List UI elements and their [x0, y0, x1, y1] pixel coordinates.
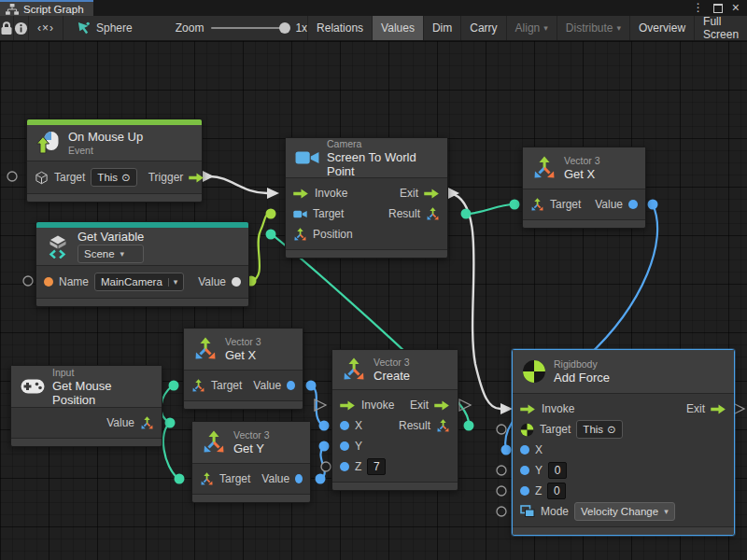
node-footer — [11, 438, 162, 446]
node-category: Camera — [327, 138, 438, 149]
mode-dropdown[interactable]: Velocity Change ▾ — [574, 502, 675, 521]
node-get-variable[interactable]: Get Variable Scene ▾ Name MainCamera ▾ V… — [35, 221, 249, 307]
info-button[interactable] — [14, 16, 29, 40]
zoom-slider-knob[interactable] — [279, 22, 290, 34]
vector3-icon — [532, 156, 557, 180]
z-port[interactable] — [520, 486, 529, 496]
node-vector3-get-x-mid[interactable]: Vector 3 Get X Target Value — [183, 328, 303, 410]
node-screen-to-world-point[interactable]: Camera Screen To World Point Invoke Exit… — [285, 137, 448, 259]
zoom-value: 1x — [295, 21, 307, 35]
node-category: Vector 3 — [564, 155, 600, 166]
value-port[interactable] — [232, 277, 241, 287]
code-view-button[interactable]: ‹×› — [29, 16, 63, 40]
rigidbody-icon[interactable] — [520, 423, 534, 437]
flow-arrow-icon[interactable] — [434, 400, 450, 411]
vector3-icon[interactable] — [191, 379, 205, 393]
close-icon[interactable]: × — [732, 0, 740, 16]
info-icon — [14, 21, 28, 35]
zoom-label: Zoom — [176, 21, 204, 35]
tab-title: Script Graph — [23, 4, 84, 15]
flow-arrow-icon[interactable] — [340, 400, 356, 411]
tab-script-graph[interactable]: Script Graph — [0, 0, 93, 16]
y-port[interactable] — [340, 441, 349, 451]
node-vector3-create[interactable]: Vector 3 Create Invoke Exit X Result — [331, 349, 458, 491]
value-port[interactable] — [295, 474, 303, 483]
port-row: Y — [340, 436, 450, 456]
maximize-icon[interactable] — [713, 4, 723, 13]
variable-name-dropdown[interactable]: MainCamera ▾ — [94, 273, 184, 291]
y-value-field[interactable]: 0 — [548, 462, 567, 479]
z-value-field[interactable]: 7 — [367, 458, 386, 475]
menu-icon[interactable]: ⋮ — [693, 0, 704, 16]
full-screen-button[interactable]: Full Screen — [695, 16, 747, 40]
port-row: X Result — [340, 415, 450, 436]
lock-button[interactable] — [0, 16, 14, 40]
scope-dropdown[interactable]: Scene ▾ — [78, 245, 144, 263]
node-footer — [523, 219, 645, 228]
values-toggle[interactable]: Values — [373, 16, 424, 40]
flow-arrow-icon[interactable] — [424, 189, 440, 199]
x-port[interactable] — [340, 421, 349, 430]
name-port[interactable] — [44, 277, 53, 287]
node-get-mouse-position[interactable]: Input Get Mouse Position Value — [10, 365, 162, 447]
value-port-label: Value — [261, 472, 289, 485]
dim-toggle[interactable]: Dim — [424, 16, 461, 40]
node-title: Get Y — [233, 441, 270, 455]
this-target-chip[interactable]: This ⊙ — [576, 420, 622, 439]
flow-arrow-icon[interactable] — [189, 173, 204, 183]
node-vector3-get-y[interactable]: Vector 3 Get Y Target Value — [191, 421, 311, 503]
gameobject-cube-icon[interactable] — [35, 171, 49, 185]
value-port[interactable] — [628, 200, 638, 209]
node-title: On Mouse Up — [68, 130, 143, 144]
toolbar-toggles: Relations Values Dim Carry Align▾ Distri… — [307, 16, 747, 40]
node-footer — [27, 193, 202, 202]
flow-arrow-icon[interactable] — [520, 404, 536, 414]
invoke-port-label: Invoke — [542, 402, 574, 415]
zoom-control: Zoom 1x — [176, 16, 307, 40]
relations-toggle[interactable]: Relations — [308, 16, 373, 40]
vector3-icon[interactable] — [530, 198, 544, 212]
zoom-slider[interactable] — [211, 27, 288, 29]
target-port-label: Target — [313, 207, 344, 220]
value-port[interactable] — [287, 381, 295, 390]
node-title: Get X — [564, 167, 600, 181]
z-port-label: Z — [355, 460, 361, 473]
carry-toggle[interactable]: Carry — [461, 16, 506, 40]
port-row: Target Value — [530, 194, 638, 215]
x-port[interactable] — [520, 445, 529, 455]
vector3-icon[interactable] — [293, 228, 307, 242]
port-row: Position — [293, 224, 440, 245]
value-port-label: Value — [595, 198, 623, 211]
y-port[interactable] — [520, 466, 529, 475]
vector3-icon[interactable] — [200, 472, 214, 486]
distribute-dropdown[interactable]: Distribute▾ — [557, 16, 630, 40]
tab-bar: Script Graph ⋮ × — [0, 0, 747, 16]
unity-script-graph-window: Script Graph ⋮ × ‹×› Sphere Zoom 1x — [0, 0, 747, 560]
align-dropdown[interactable]: Align▾ — [507, 16, 557, 40]
port-row: Value — [19, 413, 154, 433]
node-add-force[interactable]: Rigidbody Add Force Invoke Exit Target T… — [512, 349, 735, 536]
this-target-chip[interactable]: This ⊙ — [91, 168, 136, 187]
force-mode-icon[interactable] — [520, 505, 535, 518]
value-port-label: Value — [106, 416, 134, 429]
node-on-mouse-up[interactable]: On Mouse Up Event Target This ⊙ Trigger — [26, 119, 203, 203]
flow-arrow-icon[interactable] — [711, 404, 726, 414]
vector3-icon[interactable] — [426, 207, 440, 221]
port-row: Invoke Exit — [520, 399, 726, 419]
overview-button[interactable]: Overview — [630, 16, 695, 40]
vector3-icon[interactable] — [436, 419, 450, 433]
graph-breadcrumb[interactable]: Sphere — [77, 16, 133, 40]
z-value-field[interactable]: 0 — [547, 483, 566, 499]
camera-icon[interactable] — [293, 207, 307, 221]
vector3-icon[interactable] — [140, 416, 154, 430]
node-vector3-get-x-top[interactable]: Vector 3 Get X Target Value — [522, 147, 646, 229]
invoke-port-label: Invoke — [361, 399, 394, 412]
node-title: Screen To World Point — [327, 150, 438, 178]
result-port-label: Result — [399, 419, 430, 432]
z-port[interactable] — [340, 462, 349, 471]
target-port-label: Target — [219, 472, 250, 485]
flow-arrow-icon[interactable] — [293, 189, 309, 199]
node-title: Add Force — [554, 371, 610, 385]
node-subtitle: Event — [68, 145, 143, 156]
node-footer — [286, 249, 447, 258]
